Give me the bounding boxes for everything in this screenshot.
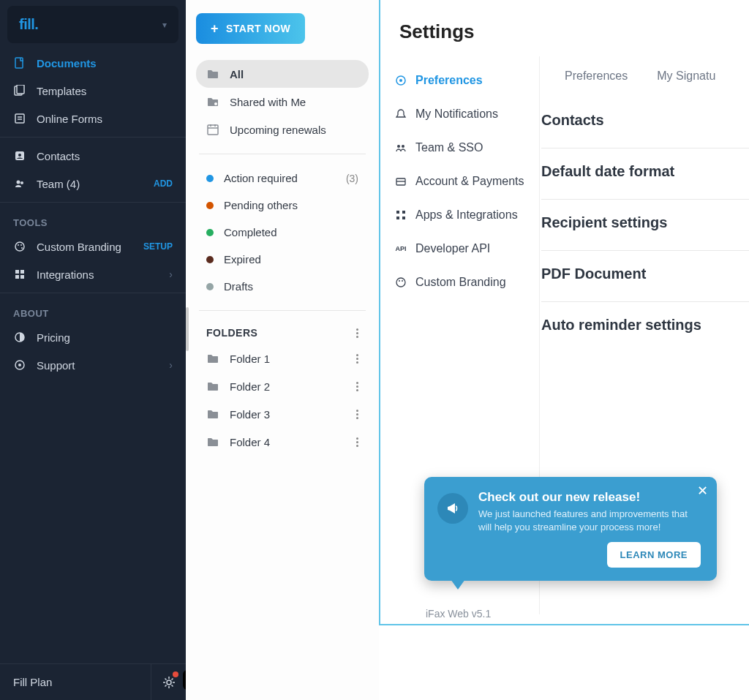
settings-section: Recipient settings: [541, 200, 749, 251]
kebab-icon[interactable]: [356, 354, 358, 364]
folder-icon: [206, 380, 219, 393]
nav-about: Pricing Support ›: [0, 323, 186, 379]
settings-nav-icon: [395, 176, 407, 187]
folder-label: Folder 3: [230, 408, 270, 421]
nav-templates[interactable]: Templates: [0, 77, 186, 105]
svg-rect-2: [17, 85, 24, 94]
settings-nav-team-sso[interactable]: Team & SSO: [380, 131, 539, 165]
settings-nav-custom-branding[interactable]: Custom Branding: [380, 266, 539, 299]
status-label: Expired: [224, 253, 261, 266]
svg-point-39: [402, 280, 403, 282]
folder-item[interactable]: Folder 4: [196, 428, 369, 456]
filter-all[interactable]: All: [196, 60, 369, 88]
svg-rect-34: [402, 211, 405, 214]
status-label: Completed: [224, 226, 277, 238]
folder-label: Folder 4: [230, 436, 270, 448]
settings-nav-developer-api[interactable]: APIDeveloper API: [380, 232, 539, 266]
nav-team[interactable]: Team (4) ADD: [0, 170, 186, 197]
tab-my-signature[interactable]: My Signatu: [657, 69, 715, 83]
svg-point-37: [396, 278, 405, 287]
scrollbar-thumb[interactable]: [186, 307, 189, 351]
filter-label: Shared with Me: [230, 96, 306, 108]
section-title: Default date format: [541, 163, 749, 180]
nav-documents[interactable]: Documents: [0, 49, 186, 77]
svg-point-7: [18, 154, 21, 157]
svg-point-22: [214, 102, 217, 105]
folders-header: FOLDERS: [196, 321, 369, 345]
svg-point-12: [20, 244, 22, 246]
filter-upcoming-renewals[interactable]: Upcoming renewals: [196, 116, 369, 143]
settings-nav-label: Apps & Integrations: [415, 208, 518, 222]
nav-custom-branding[interactable]: Custom Branding SETUP: [0, 233, 186, 260]
nav-main: Documents Templates Online Forms: [0, 49, 186, 132]
svg-rect-0: [15, 58, 23, 68]
status-pending-others[interactable]: Pending others: [196, 192, 369, 219]
calendar-icon: [206, 123, 219, 136]
folder-label: Folder 1: [230, 353, 270, 365]
close-icon[interactable]: ✕: [697, 483, 708, 499]
learn-more-button[interactable]: LEARN MORE: [607, 542, 701, 568]
status-dot-icon: [206, 175, 214, 182]
settings-nav-label: Team & SSO: [415, 141, 483, 154]
folder-icon: [206, 435, 219, 448]
popover-tail: [451, 579, 465, 590]
settings-nav-label: Custom Branding: [415, 276, 506, 289]
filter-shared[interactable]: Shared with Me: [196, 88, 369, 116]
kebab-icon[interactable]: [356, 437, 358, 447]
nav-support[interactable]: Support ›: [0, 351, 186, 379]
updates-button[interactable]: [151, 664, 186, 701]
popover-text: We just launched features and improvemen…: [478, 508, 701, 533]
settings-nav-my-notifications[interactable]: My Notifications: [380, 97, 539, 131]
forms-icon: [13, 112, 26, 125]
nav-label: Support: [37, 359, 75, 372]
pricing-icon: [13, 331, 26, 344]
svg-point-13: [21, 247, 23, 249]
popover-title: Check out our new release!: [478, 490, 701, 505]
svg-rect-17: [20, 275, 24, 279]
settings-section: Auto reminder settings: [541, 302, 749, 353]
settings-nav-apps-integrations[interactable]: Apps & Integrations: [380, 198, 539, 232]
kebab-icon[interactable]: [356, 328, 358, 338]
settings-section: Contacts: [541, 97, 749, 148]
svg-point-30: [402, 145, 404, 148]
status-expired[interactable]: Expired: [196, 246, 369, 273]
workspace-selector[interactable]: fill. ▾: [7, 6, 178, 43]
filter-label: All: [230, 68, 244, 80]
sidebar-bottom-bar: Fill Plan: [0, 663, 186, 700]
status-action-required[interactable]: Action required (3): [196, 165, 369, 192]
folder-item[interactable]: Folder 3: [196, 400, 369, 428]
start-now-button[interactable]: + START NOW: [196, 13, 305, 44]
status-completed[interactable]: Completed: [196, 219, 369, 246]
status-dot-icon: [206, 229, 214, 236]
status-label: Action required: [224, 172, 298, 184]
filter-label: Upcoming renewals: [230, 124, 326, 136]
folders-title: FOLDERS: [206, 327, 257, 339]
settings-nav-preferences[interactable]: Preferences: [380, 64, 539, 97]
nav-online-forms[interactable]: Online Forms: [0, 105, 186, 132]
chevron-down-icon: ▾: [162, 20, 167, 30]
svg-point-9: [20, 181, 23, 184]
folder-label: Folder 2: [230, 380, 270, 393]
folder-icon: [206, 352, 219, 365]
settings-nav-account-payments[interactable]: Account & Payments: [380, 165, 539, 198]
plan-label[interactable]: Fill Plan: [0, 676, 151, 688]
svg-point-10: [15, 242, 24, 251]
folder-item[interactable]: Folder 2: [196, 372, 369, 400]
settings-section: PDF Document: [541, 251, 749, 302]
setup-button[interactable]: SETUP: [143, 241, 173, 252]
folder-item[interactable]: Folder 1: [196, 345, 369, 372]
tab-preferences[interactable]: Preferences: [565, 69, 628, 83]
nav-pricing[interactable]: Pricing: [0, 323, 186, 351]
kebab-icon[interactable]: [356, 410, 358, 419]
add-button[interactable]: ADD: [154, 178, 173, 189]
nav-contacts[interactable]: Contacts: [0, 142, 186, 170]
status-label: Drafts: [224, 280, 253, 293]
nav-label: Custom Branding: [37, 241, 121, 253]
kebab-icon[interactable]: [356, 382, 358, 391]
integrations-icon: [13, 268, 26, 281]
nav-integrations[interactable]: Integrations ›: [0, 260, 186, 288]
status-drafts[interactable]: Drafts: [196, 273, 369, 300]
settings-nav-label: Developer API: [415, 242, 490, 255]
nav-label: Documents: [37, 57, 97, 69]
section-title: Recipient settings: [541, 214, 749, 231]
